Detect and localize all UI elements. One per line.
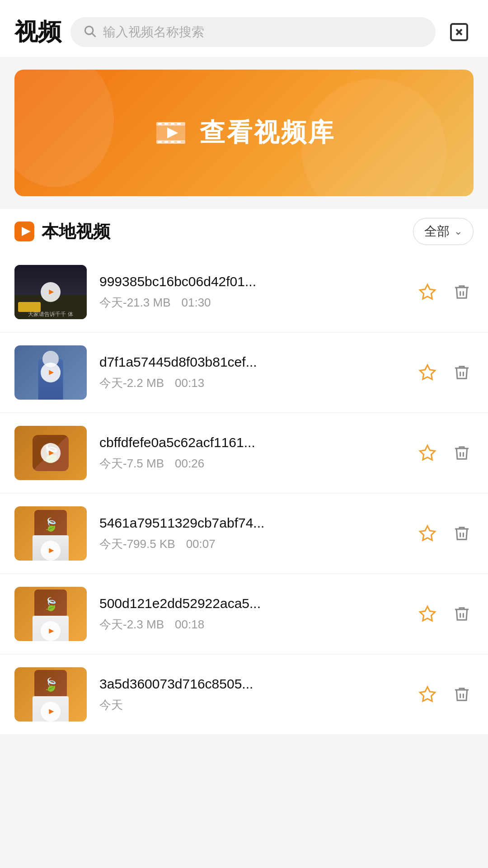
filter-label: 全部 <box>424 223 450 240</box>
favorite-button[interactable] <box>416 280 439 304</box>
video-duration: 00:18 <box>175 618 204 632</box>
section-header: 本地视频 全部 ⌄ <box>0 209 488 252</box>
chevron-down-icon: ⌄ <box>454 226 462 237</box>
svg-rect-15 <box>177 141 181 143</box>
video-thumbnail: 🍃 <box>14 426 87 480</box>
delete-button[interactable] <box>450 441 474 465</box>
video-meta: 今天-799.5 KB 00:07 <box>99 536 403 552</box>
video-info: 5461a79511329cb7abf74... 今天-799.5 KB 00:… <box>99 515 403 552</box>
svg-line-1 <box>92 33 96 37</box>
play-button <box>41 541 61 561</box>
favorite-button[interactable] <box>416 361 439 384</box>
local-video-icon <box>14 222 34 241</box>
video-actions <box>416 441 474 465</box>
search-placeholder: 输入视频名称搜索 <box>103 24 204 41</box>
svg-marker-29 <box>49 709 54 714</box>
svg-marker-24 <box>420 445 435 460</box>
video-date: 今天-2.2 MB <box>99 375 164 391</box>
delete-button[interactable] <box>450 602 474 626</box>
svg-marker-20 <box>420 284 435 299</box>
video-thumbnail: 🍃 <box>14 667 87 722</box>
video-meta: 今天-21.3 MB 01:30 <box>99 295 403 311</box>
video-duration: 00:07 <box>186 537 216 551</box>
play-button <box>41 363 61 382</box>
svg-point-0 <box>85 26 93 34</box>
filter-button[interactable]: 全部 ⌄ <box>413 218 474 245</box>
list-item[interactable]: 🍃 3a5d360073d716c8505... 今天 <box>0 655 488 734</box>
svg-rect-13 <box>164 141 168 143</box>
video-thumbnail: 🍃 <box>14 587 87 641</box>
play-button <box>41 282 61 302</box>
video-name: cbffdfefe0a5c62acf1161... <box>99 435 403 450</box>
delete-button[interactable] <box>450 522 474 545</box>
play-button <box>41 443 61 463</box>
section-title: 本地视频 <box>14 220 110 243</box>
video-duration: 00:13 <box>175 376 204 390</box>
svg-marker-25 <box>49 548 54 553</box>
video-actions <box>416 602 474 626</box>
video-info: 500d121e2dd52922aca5... 今天-2.3 MB 00:18 <box>99 596 403 632</box>
video-info: cbffdfefe0a5c62acf1161... 今天-7.5 MB 00:2… <box>99 435 403 472</box>
view-library-banner[interactable]: 查看视频库 <box>14 70 474 196</box>
banner-play-icon <box>153 115 189 151</box>
play-button <box>41 702 61 722</box>
svg-marker-27 <box>49 629 54 634</box>
section-label: 本地视频 <box>42 220 110 243</box>
svg-marker-21 <box>49 370 54 375</box>
video-actions <box>416 361 474 384</box>
video-name: 500d121e2dd52922aca5... <box>99 596 403 611</box>
video-info: 999385bc16bc06d42f01... 今天-21.3 MB 01:30 <box>99 274 403 311</box>
banner-content: 查看视频库 <box>153 115 335 151</box>
video-duration: 00:26 <box>175 457 204 471</box>
svg-marker-28 <box>420 606 435 621</box>
list-item[interactable]: 大家请告诉千千 体 999385bc16bc06d42f01... 今天-21.… <box>0 252 488 332</box>
video-date: 今天-799.5 KB <box>99 536 175 552</box>
list-item[interactable]: 🍃 cbffdfefe0a5c62acf1161... 今天-7.5 MB 00… <box>0 413 488 493</box>
video-list: 大家请告诉千千 体 999385bc16bc06d42f01... 今天-21.… <box>0 252 488 734</box>
delete-button[interactable] <box>450 683 474 706</box>
svg-rect-8 <box>158 123 162 125</box>
video-actions <box>416 522 474 545</box>
video-meta: 今天-2.3 MB 00:18 <box>99 617 403 632</box>
video-name: 5461a79511329cb7abf74... <box>99 515 403 531</box>
search-bar[interactable]: 输入视频名称搜索 <box>70 17 436 47</box>
svg-rect-10 <box>171 123 174 125</box>
video-info: 3a5d360073d716c8505... 今天 <box>99 676 403 713</box>
video-thumbnail <box>14 345 87 400</box>
svg-rect-11 <box>177 123 181 125</box>
header: 视频 输入视频名称搜索 <box>0 0 488 57</box>
list-item[interactable]: 🍃 500d121e2dd52922aca5... 今天-2.3 MB 00:1… <box>0 574 488 654</box>
video-meta: 今天-2.2 MB 00:13 <box>99 375 403 391</box>
list-item[interactable]: d7f1a57445d8f03b81cef... 今天-2.2 MB 00:13 <box>0 333 488 412</box>
video-name: d7f1a57445d8f03b81cef... <box>99 354 403 370</box>
svg-marker-26 <box>420 526 435 540</box>
video-info: d7f1a57445d8f03b81cef... 今天-2.2 MB 00:13 <box>99 354 403 391</box>
svg-rect-14 <box>171 141 174 143</box>
video-name: 3a5d360073d716c8505... <box>99 676 403 692</box>
delete-button[interactable] <box>450 280 474 304</box>
banner-label: 查看视频库 <box>200 116 335 150</box>
search-icon <box>83 24 97 40</box>
favorite-button[interactable] <box>416 441 439 465</box>
edit-button[interactable] <box>445 18 474 47</box>
svg-rect-12 <box>158 141 162 143</box>
svg-marker-23 <box>49 451 54 456</box>
svg-rect-9 <box>164 123 168 125</box>
video-actions <box>416 280 474 304</box>
video-duration: 01:30 <box>182 296 211 310</box>
favorite-button[interactable] <box>416 602 439 626</box>
list-item[interactable]: 🍃 5461a79511329cb7abf74... 今天-799.5 KB 0… <box>0 494 488 573</box>
favorite-button[interactable] <box>416 522 439 545</box>
video-thumbnail: 🍃 <box>14 506 87 561</box>
video-date: 今天-2.3 MB <box>99 617 164 632</box>
video-thumbnail: 大家请告诉千千 体 <box>14 265 87 319</box>
svg-marker-22 <box>420 365 435 379</box>
favorite-button[interactable] <box>416 683 439 706</box>
video-date: 今天-21.3 MB <box>99 295 171 311</box>
play-button <box>41 621 61 641</box>
video-meta: 今天-7.5 MB 00:26 <box>99 456 403 472</box>
svg-marker-30 <box>420 687 435 701</box>
video-meta: 今天 <box>99 697 403 713</box>
delete-button[interactable] <box>450 361 474 384</box>
video-date: 今天-7.5 MB <box>99 456 164 472</box>
